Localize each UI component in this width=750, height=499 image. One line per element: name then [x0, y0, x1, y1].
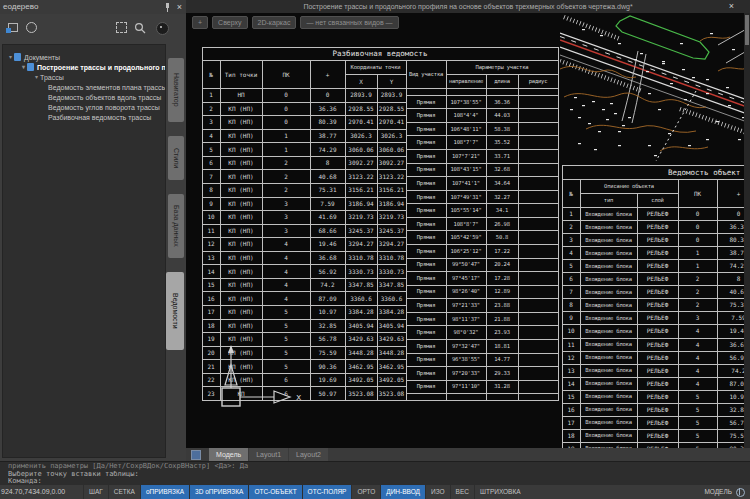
table-cell: 5 [562, 259, 580, 272]
svg-text:x: x [296, 392, 302, 402]
table-cell: РЕЛЬЕФ [637, 364, 678, 377]
panel-close-icon[interactable]: × [177, 3, 182, 12]
help-icon[interactable] [156, 22, 169, 35]
table-cell: РЕЛЬЕФ [637, 259, 678, 272]
table-cell: 4 [678, 324, 717, 337]
table-cell: 14 [562, 377, 580, 390]
table-cell: РЕЛЬЕФ [637, 246, 678, 259]
table-cell: 4 [678, 338, 717, 351]
select-area-icon[interactable] [116, 22, 127, 33]
model-space-label[interactable]: МОДЕЛЬ [704, 485, 732, 499]
table-cell: Вхождение блока [580, 351, 637, 364]
table-cell: 11 [562, 338, 580, 351]
layout-tab-модель[interactable]: Модель [209, 448, 248, 461]
status-toggle-вес[interactable]: ВЕС [450, 485, 474, 499]
side-tab-3[interactable]: База данных [168, 194, 184, 258]
tree-item[interactable]: ▾Построение трассы и продольного про... [3, 63, 165, 73]
table-cell: 5 [678, 390, 717, 403]
layout-tab-bar: МодельLayout1Layout2 [186, 448, 750, 461]
pin-icon[interactable] [164, 3, 171, 12]
table-cell: РЕЛЬЕФ [637, 403, 678, 416]
layers-icon[interactable] [6, 22, 18, 34]
tree-item[interactable]: ▾Трассы [3, 73, 165, 83]
table-cell: 13 [562, 364, 580, 377]
table-cell: Вхождение блока [580, 364, 637, 377]
document-close-icon[interactable]: × [729, 0, 734, 13]
table-cell: слой [637, 193, 678, 207]
table-cell: 2 [678, 285, 717, 298]
command-line-panel[interactable]: применить параметры [Да/Нет/СохрВДок/Сох… [0, 461, 750, 485]
side-tab-2[interactable]: Стили [168, 136, 184, 180]
table-cell: 3 [562, 233, 580, 246]
chevron-down-icon[interactable]: ▾ [22, 63, 25, 72]
table-cell: 3 [678, 311, 717, 324]
table-cell: РЕЛЬЕФ [637, 416, 678, 429]
status-toggle-отс-поляр[interactable]: ОТС-ПОЛЯР [302, 485, 352, 499]
table-cell: 9 [562, 311, 580, 324]
table-cell: РЕЛЬЕФ [637, 324, 678, 337]
status-toggle-шаг[interactable]: ШАГ [83, 485, 108, 499]
status-toggle-орто[interactable]: ОРТО [351, 485, 380, 499]
status-toggle-отс-объект[interactable]: ОТС-ОБЪЕКТ [248, 485, 301, 499]
sheet-icon[interactable] [191, 450, 201, 460]
status-toggle-сетка[interactable]: СЕТКА [108, 485, 140, 499]
status-toggle-опривязка[interactable]: оПРИВЯЗКА [140, 485, 189, 499]
zoom-icon[interactable] [134, 22, 146, 34]
tree-item[interactable]: Ведомость объектов вдоль трассы [3, 93, 165, 103]
table-cell: Вхождение блока [580, 220, 637, 233]
status-toggle-3d опривязка[interactable]: 3D оПРИВЯЗКА [189, 485, 248, 499]
scrollbar-thumb[interactable] [745, 15, 749, 45]
viewport-button-2[interactable]: Сверху [212, 16, 247, 29]
side-tab-1[interactable]: Навигатор [168, 58, 184, 122]
drawing-canvas[interactable]: Разбивочная ведомость№Тип точкиПК+Коорди… [186, 13, 750, 448]
workspace-icon[interactable] [736, 488, 745, 497]
tree-item[interactable]: Разбивочная ведомость трассы [3, 113, 165, 123]
status-toggle-дин-ввод[interactable]: ДИН-ВВОД [380, 485, 425, 499]
tree-item-label: Ведомость объектов вдоль трассы [48, 94, 161, 101]
layout-tab-layout1[interactable]: Layout1 [249, 448, 288, 461]
status-toggle-штриховка[interactable]: ШТРИХОВКА [474, 485, 526, 499]
table-cell: РЕЛЬЕФ [637, 351, 678, 364]
vertical-scrollbar[interactable] [744, 13, 750, 448]
viewport-button-1[interactable]: + [192, 16, 208, 29]
table-cell: Вхождение блока [580, 429, 637, 442]
table-cell: 0 [678, 207, 717, 220]
tree-item[interactable]: Ведомость углов поворота трассы [3, 103, 165, 113]
document-tab[interactable]: Построение трассы и продольного профиля … [186, 0, 750, 13]
table-cell: 1 [678, 246, 717, 259]
tree-item-label: Трассы [40, 74, 64, 81]
table-cell: Вхождение блока [580, 233, 637, 246]
table-cell: 2 [678, 298, 717, 311]
tree-item[interactable]: ▾Документы [3, 53, 165, 63]
table-cell: 0 [678, 220, 717, 233]
sync-icon[interactable] [26, 22, 37, 33]
document-title: Построение трассы и продольного профиля … [303, 3, 632, 10]
viewport-button-4[interactable]: — нет связанных видов — [300, 16, 398, 29]
chevron-down-icon[interactable]: ▾ [9, 53, 12, 62]
table-cell: 2 [678, 272, 717, 285]
table-cell: Описание объекта [580, 179, 678, 193]
table-cell: РЕЛЬЕФ [637, 429, 678, 442]
table-cell: 4 [678, 351, 717, 364]
chevron-down-icon[interactable]: ▾ [35, 73, 38, 82]
table-cell: 1 [562, 207, 580, 220]
table-cell: 5 [678, 403, 717, 416]
table-cell: 0 [678, 233, 717, 246]
table-cell: РЕЛЬЕФ [637, 390, 678, 403]
tree-item-label: Документы [24, 54, 60, 61]
tree-item-label: Построение трассы и продольного про... [37, 64, 165, 71]
table-cell: 5 [678, 416, 717, 429]
table-cell: тип [580, 193, 637, 207]
table-cell: Вхождение блока [580, 311, 637, 324]
table-cell: 18 [562, 429, 580, 442]
panel-title: еодерево [3, 2, 38, 11]
table-cell: 6 [562, 272, 580, 285]
viewport-button-3[interactable]: 2D-каркас [252, 16, 297, 29]
side-tab-4[interactable]: Ведомости [166, 272, 184, 350]
tree-item[interactable]: Ведомость элементов плана трассы [3, 83, 165, 93]
status-toggle-изо[interactable]: ИЗО [425, 485, 450, 499]
layout-tab-layout2[interactable]: Layout2 [289, 448, 328, 461]
table-cell: РЕЛЬЕФ [637, 311, 678, 324]
table-cell: 15 [562, 390, 580, 403]
panel-titlebar: еодерево × [0, 0, 186, 14]
